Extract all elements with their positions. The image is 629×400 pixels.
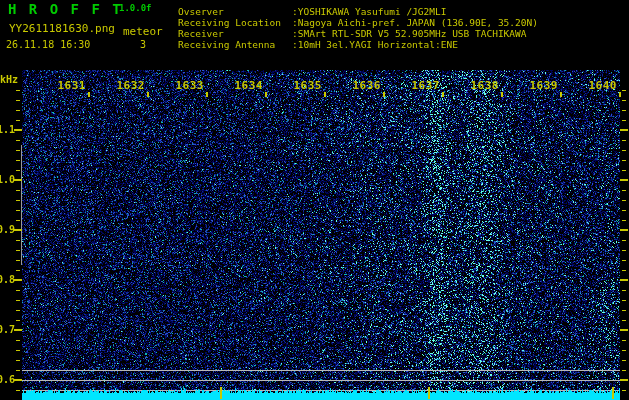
- info-label: Ovserver: [178, 6, 292, 17]
- observation-datetime: 26.11.18 16:30: [6, 39, 90, 50]
- info-value: :10mH 3el.YAGI Horizontal:ENE: [292, 39, 458, 50]
- time-tick-label: 1634: [223, 79, 263, 92]
- info-label: Receiver: [178, 28, 292, 39]
- info-row-observer: Ovserver :YOSHIKAWA Yasufumi /JG2MLI: [178, 6, 538, 17]
- freq-tick-label: 0.9: [0, 224, 15, 235]
- info-row-antenna: Receiving Antenna :10mH 3el.YAGI Horizon…: [178, 39, 538, 50]
- freq-tick-label: 0.6: [0, 374, 15, 385]
- echo-count: 3: [140, 39, 146, 50]
- info-value: :SMArt RTL-SDR V5 52.905MHz USB TACHIKAW…: [292, 28, 527, 39]
- time-tick-label: 1638: [459, 79, 499, 92]
- freq-tick-label: 0.8: [0, 274, 15, 285]
- mode-label: meteor: [123, 25, 163, 38]
- spectrogram-canvas: [0, 0, 629, 400]
- info-row-receiver: Receiver :SMArt RTL-SDR V5 52.905MHz USB…: [178, 28, 538, 39]
- info-value: :YOSHIKAWA Yasufumi /JG2MLI: [292, 6, 446, 17]
- time-tick-label: 1631: [46, 79, 86, 92]
- time-tick-label: 1639: [518, 79, 558, 92]
- freq-tick-label: 1.0: [0, 174, 15, 185]
- freq-tick-label: 1.1: [0, 124, 15, 135]
- freq-tick-label: 0.7: [0, 324, 15, 335]
- station-info: Ovserver :YOSHIKAWA Yasufumi /JG2MLI Rec…: [178, 6, 538, 50]
- time-tick-label: 1632: [105, 79, 145, 92]
- output-filename: YY2611181630.png: [9, 22, 115, 35]
- time-tick-label: 1633: [164, 79, 204, 92]
- hrofft-window: H R O F F T 1.0.0f YY2611181630.png mete…: [0, 0, 629, 400]
- time-tick-label: 1635: [282, 79, 322, 92]
- info-label: Receiving Location: [178, 17, 292, 28]
- info-value: :Nagoya Aichi-pref. JAPAN (136.90E, 35.2…: [292, 17, 538, 28]
- app-title: H R O F F T: [8, 1, 123, 17]
- info-label: Receiving Antenna: [178, 39, 292, 50]
- freq-axis-unit: kHz: [0, 74, 18, 85]
- time-tick-label: 1636: [341, 79, 381, 92]
- app-version: 1.0.0f: [119, 3, 152, 13]
- info-row-location: Receiving Location :Nagoya Aichi-pref. J…: [178, 17, 538, 28]
- time-tick-label: 1637: [400, 79, 440, 92]
- time-tick-label: 1640: [577, 79, 617, 92]
